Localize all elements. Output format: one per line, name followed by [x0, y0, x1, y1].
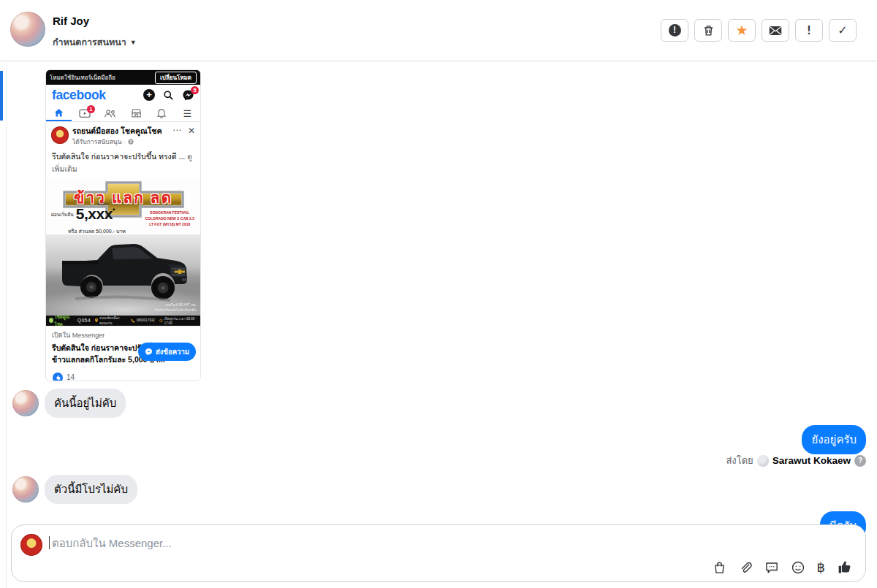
- reactions-row: 14: [46, 370, 200, 381]
- panel-divider: [6, 62, 7, 588]
- reply-input[interactable]: [52, 534, 607, 551]
- mark-unread-button[interactable]: [762, 19, 789, 42]
- search-icon: [163, 90, 174, 101]
- post-text: รีบตัดสินใจ ก่อนราคาจะปรับขึ้น ทรงดี ...…: [46, 148, 200, 179]
- ad-banner-text: ข้าว แลก ลด: [46, 186, 200, 210]
- location-pin-icon: [95, 318, 98, 323]
- sponsored-label: ได้รับการสนับสนุน ·: [72, 137, 126, 147]
- marketplace-bag-icon[interactable]: [713, 560, 726, 575]
- selected-conversation-indicator: [0, 71, 3, 121]
- delete-button[interactable]: [694, 19, 722, 42]
- messenger-bubble-icon: [145, 348, 153, 356]
- mark-important-button[interactable]: !: [795, 19, 823, 42]
- messenger-badge: 5: [191, 86, 199, 94]
- agent-avatar: [757, 455, 769, 467]
- price-label: ผ่อนเริ่มต้น: [51, 211, 74, 221]
- emoji-icon[interactable]: [791, 560, 805, 575]
- message-row-incoming: คันนี้อยู่ไม่คับ: [12, 389, 126, 418]
- like-reaction-icon: [53, 373, 63, 381]
- trash-icon: [702, 24, 715, 37]
- tab-home: [46, 105, 72, 121]
- messenger-cta-section: เปิดใน Messenger รีบตัดสินใจ ก่อนราคาจะป…: [46, 326, 200, 370]
- open-in-messenger-label: เปิดใน Messenger: [52, 330, 194, 340]
- like-count: 14: [67, 373, 75, 381]
- contact-name: Rif Joy: [53, 15, 89, 27]
- dealer-logo-icon: [49, 318, 53, 323]
- messenger-icon: 5: [182, 89, 194, 102]
- dealer-hours: เปิดทุกวัน เวลา 08:00 - 17:00: [159, 316, 197, 325]
- exclamation-icon: !: [807, 24, 810, 37]
- page-name: รถยนต์มือสอง โชคคูณโชค: [72, 126, 162, 137]
- outgoing-message-bubble: ยังอยู่ครับ: [802, 425, 866, 454]
- dealer-phone: 0800017932: [131, 318, 155, 323]
- truck-photo: เลขไมล์ 80,447 กม. รับประกันเลขไมล์แท้ทุ…: [46, 234, 200, 316]
- discount-line: หรือ ส่วนลด 50,000.- บาท: [68, 227, 126, 234]
- price-value: ต่อเดือน 5,xxx*: [76, 207, 115, 221]
- post-close-icon: ✕: [188, 126, 195, 135]
- star-icon: ★: [735, 23, 748, 37]
- tab-friends: [97, 105, 123, 121]
- mobile-mode-label: โหมดใช้อินเทอร์เน็ตมือถือ: [50, 73, 115, 83]
- post-more-icon: ⋯: [172, 126, 182, 134]
- dealer-info-strip: โชคคูณโชค Q054 ถนนเลี่ยงเมือง ขอนแก่น 08…: [46, 316, 200, 326]
- facebook-mobile-tabbar: 1 ☰: [46, 105, 200, 122]
- contact-avatar[interactable]: [10, 12, 45, 47]
- phone-icon: [131, 318, 135, 323]
- thumbs-up-send-icon[interactable]: [837, 560, 852, 575]
- saved-replies-icon[interactable]: [764, 560, 779, 574]
- messenger-inbox-page: Rif Joy กำหนดการสนทนา ▼ ! ★: [0, 0, 877, 588]
- incoming-message-bubble: คันนี้อยู่ไม่คับ: [45, 389, 126, 418]
- contact-avatar-small[interactable]: [12, 390, 39, 416]
- envelope-icon: [769, 26, 782, 36]
- report-button[interactable]: !: [661, 19, 688, 42]
- star-button[interactable]: ★: [728, 19, 756, 42]
- ad-creative-banner: ข้าว แลก ลด ผ่อนเริ่มต้น ต่อเดือน 5,xxx*…: [46, 179, 200, 234]
- plus-icon: +: [143, 89, 155, 101]
- clock-icon: [159, 318, 163, 323]
- sent-by-row: ส่งโดย Sarawut Kokaew ?: [726, 453, 866, 468]
- watch-badge: 1: [87, 105, 95, 113]
- help-icon[interactable]: ?: [854, 455, 866, 467]
- message-row-incoming: ตัวนี้มีโปรไม่คับ: [12, 475, 137, 504]
- send-message-button: ส่งข้อความ: [138, 343, 196, 361]
- tab-marketplace: [124, 105, 149, 121]
- chevron-down-icon: ▼: [130, 39, 137, 46]
- dealer-address: ถนนเลี่ยงเมือง ขอนแก่น: [95, 316, 126, 326]
- reply-composer: ฿: [11, 524, 866, 582]
- tab-menu: ☰: [175, 105, 200, 121]
- agent-name: Sarawut Kokaew: [772, 455, 851, 466]
- model-text: SONGKRAN FESTIVAL COLORADO NEW X CAB 2.5…: [145, 210, 194, 227]
- facebook-mobile-header: facebook + 5: [46, 85, 200, 105]
- conversation-schedule-dropdown[interactable]: กำหนดการสนทนา ▼: [53, 35, 137, 50]
- contact-avatar-small[interactable]: [12, 476, 39, 503]
- incoming-message-bubble: ตัวนี้มีโปรไม่คับ: [45, 475, 137, 504]
- change-mode-button: เปลี่ยนโหมด: [155, 72, 197, 84]
- mobile-mode-bar: โหมดใช้อินเทอร์เน็ตมือถือ เปลี่ยนโหมด: [46, 70, 200, 85]
- tab-notifications: [149, 105, 175, 121]
- sent-by-label: ส่งโดย: [726, 453, 753, 468]
- tab-watch: 1: [72, 105, 97, 121]
- mileage-text: เลขไมล์ 80,447 กม. รับประกันเลขไมล์แท้ทุ…: [154, 302, 197, 313]
- attachment-screenshot-image[interactable]: โหมดใช้อินเทอร์เน็ตมือถือ เปลี่ยนโหมด fa…: [45, 69, 201, 381]
- mark-done-button[interactable]: ✓: [829, 19, 857, 42]
- page-avatar-small: [20, 534, 42, 556]
- conversation-header: Rif Joy กำหนดการสนทนา ▼ ! ★: [0, 0, 877, 61]
- conversation-schedule-label: กำหนดการสนทนา: [53, 35, 126, 50]
- exclamation-circle-icon: !: [669, 24, 681, 37]
- header-action-buttons: ! ★ !: [661, 19, 857, 42]
- globe-icon: [128, 139, 134, 145]
- post-header: รถยนต์มือสอง โชคคูณโชค ได้รับการสนับสนุน…: [46, 122, 200, 148]
- check-icon: ✓: [838, 23, 847, 37]
- text-cursor: [49, 536, 50, 549]
- attachment-icon[interactable]: [738, 560, 753, 575]
- stock-code: Q054: [77, 318, 91, 323]
- facebook-logo: facebook: [52, 88, 106, 103]
- payment-baht-icon[interactable]: ฿: [817, 561, 825, 574]
- page-avatar: [51, 126, 69, 144]
- price-note: ต่อเดือน: [97, 203, 109, 206]
- hamburger-icon: ☰: [183, 109, 192, 118]
